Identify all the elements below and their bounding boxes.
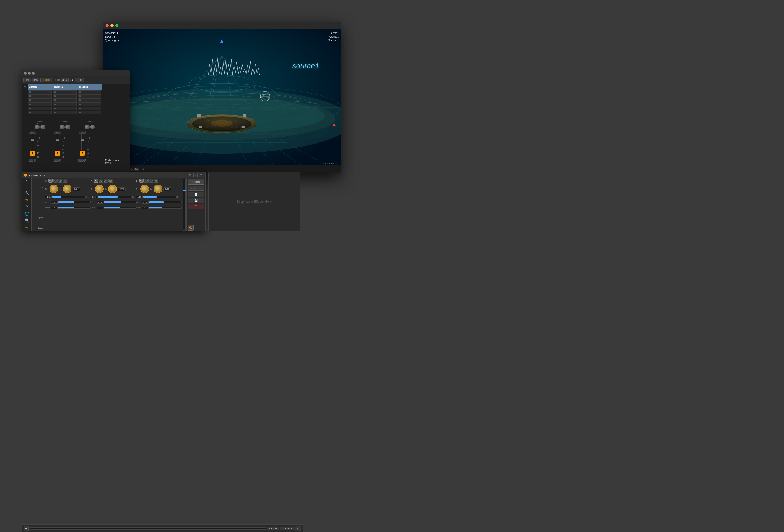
source1-vol-scale: ◄ 0 12 24 36 48 60 (87, 136, 90, 158)
x-sc-slider[interactable] (52, 196, 86, 198)
clip-slot[interactable] (78, 107, 102, 110)
z-wave-noise[interactable] (154, 179, 158, 183)
y-sp-knob[interactable] (108, 185, 117, 193)
y-sc-slider[interactable] (97, 196, 131, 198)
bottom-nav-btn[interactable]: ▲ (295, 526, 301, 531)
x-wave-sq[interactable] (63, 179, 67, 183)
send-b-knob[interactable] (90, 125, 95, 129)
engine1-dot[interactable] (58, 159, 61, 161)
z-wave-sin[interactable] (139, 179, 144, 183)
sends-knob-pair: A B (35, 123, 45, 129)
xp-source-save-btn[interactable]: ↺ (193, 173, 198, 177)
source1-fader-track[interactable] (81, 134, 83, 150)
clip-slot[interactable] (78, 98, 102, 102)
clip-slot[interactable] (28, 94, 52, 98)
sidebar-question-icon[interactable]: ? (23, 204, 31, 210)
z-wave-saw[interactable] (149, 179, 153, 183)
send-b-knob[interactable] (65, 125, 70, 129)
send-a-knob[interactable] (60, 125, 65, 129)
sidebar-wrench-icon[interactable]: 🔧 (23, 190, 31, 196)
preset-new-btn[interactable]: 📄 (188, 191, 204, 197)
y-wave-sq[interactable] (109, 179, 113, 183)
engine1-solo-btn[interactable]: S (54, 159, 58, 161)
source1-dot[interactable] (83, 159, 86, 161)
bpm-display[interactable]: 120.00 (40, 78, 52, 82)
xp-max-btn[interactable] (115, 24, 118, 27)
y-of-slider[interactable] (104, 201, 136, 203)
visual1-solo-btn[interactable]: S (29, 159, 33, 161)
clip-slot[interactable] (53, 111, 77, 114)
send-b-knob[interactable] (40, 125, 45, 129)
send-a-knob[interactable] (35, 125, 40, 129)
clip-slot[interactable] (78, 94, 102, 98)
clip-slot[interactable] (78, 102, 102, 106)
sidebar-sun-icon[interactable]: ☀ (23, 197, 31, 203)
clip-slot[interactable] (53, 90, 77, 94)
clip-slot[interactable] (78, 90, 102, 94)
visual1-dot[interactable] (33, 159, 36, 161)
y-r-knob[interactable] (95, 185, 104, 193)
visual1-fader-handle[interactable] (31, 139, 34, 141)
z-rdm-slider[interactable] (149, 207, 181, 209)
time-sig[interactable]: 4 / 4 (61, 78, 69, 82)
source1-solo-btn[interactable]: S (79, 159, 83, 161)
link-btn[interactable]: Link (23, 78, 31, 82)
clip-slot[interactable] (78, 111, 102, 114)
clip-slot[interactable] (28, 90, 52, 94)
clip-slot[interactable] (28, 98, 52, 102)
sidebar-asterisk-icon[interactable]: ✳ (23, 225, 31, 231)
svg-rect-41 (242, 126, 245, 128)
y-wave-saw[interactable] (104, 179, 108, 183)
z-sp-knob[interactable] (153, 185, 162, 193)
bar-display[interactable]: 1 Bar (75, 78, 84, 82)
xp-source-settings-btn[interactable]: ⊡ (199, 173, 203, 177)
clip-slot[interactable] (28, 111, 52, 114)
xp-min-btn[interactable] (110, 24, 114, 27)
x-wave-tri[interactable] (53, 179, 58, 183)
clip-slot[interactable] (53, 102, 77, 106)
bottom-progress-bar[interactable] (30, 527, 266, 530)
x-wave-saw[interactable] (58, 179, 62, 183)
sidebar-globe-icon[interactable]: 🌐 (23, 211, 31, 217)
z-r-knob[interactable] (140, 185, 149, 193)
x-wave-sin[interactable] (49, 179, 53, 183)
live-close-btn[interactable] (24, 72, 27, 75)
preset-save-btn[interactable]: 💾 (188, 198, 204, 203)
x-rdm-slider[interactable] (58, 207, 91, 209)
xp-source-copy-btn[interactable]: ⊞ (188, 173, 192, 177)
tap-btn[interactable]: Tap (32, 78, 39, 82)
z-vertical-slider[interactable] (183, 179, 186, 231)
engine1-fader-track[interactable] (57, 134, 58, 150)
presets-btn[interactable]: Presets (188, 179, 204, 185)
y-wave-sin[interactable] (94, 179, 98, 183)
engine1-fader-handle[interactable] (56, 139, 59, 141)
visual1-fader-track[interactable] (32, 134, 33, 150)
drop-effects-area[interactable]: Drop Audio Effects Here (208, 172, 300, 231)
preset-close-btn[interactable]: ✕ (188, 204, 204, 209)
clip-slot[interactable] (53, 107, 77, 110)
y-of-row: Of 1.18 (91, 200, 136, 205)
power-btn[interactable]: ⏻ (188, 225, 194, 231)
xp-close-btn[interactable] (106, 24, 109, 27)
live-max-btn[interactable] (32, 72, 35, 75)
z-sc-slider[interactable] (143, 196, 177, 198)
x-sc-fill (53, 196, 61, 198)
x-r-knob[interactable] (50, 185, 58, 193)
sidebar-search-icon[interactable]: 🔍 (23, 218, 31, 224)
clip-slot[interactable] (53, 94, 77, 98)
clip-slot[interactable] (28, 102, 52, 106)
send-a-knob[interactable] (85, 125, 89, 129)
presets-dropdown[interactable]: default ▼ (188, 186, 204, 190)
z-of-slider[interactable] (149, 201, 181, 203)
z-wave-tri[interactable] (144, 179, 148, 183)
clip-slot[interactable] (28, 107, 52, 110)
send-b-label: B (92, 123, 93, 125)
x-of-slider[interactable] (58, 201, 91, 203)
x-sp-knob[interactable] (63, 185, 72, 193)
live-min-btn[interactable] (28, 72, 31, 75)
source1-fader-handle[interactable] (81, 139, 84, 141)
clip-slot[interactable] (53, 98, 77, 102)
y-rdm-slider[interactable] (104, 207, 136, 209)
bottom-play-btn[interactable]: ▶ (24, 526, 29, 531)
y-wave-tri[interactable] (99, 179, 103, 183)
